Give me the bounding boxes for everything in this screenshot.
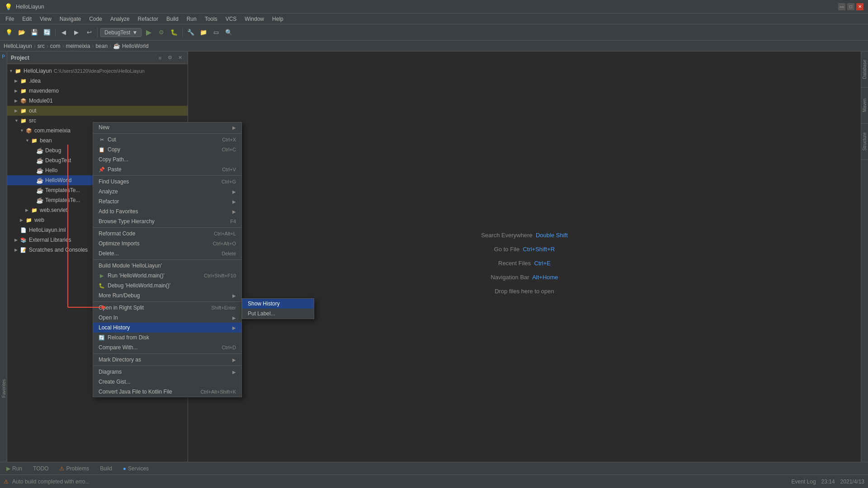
favorites-panel[interactable]: Favorites	[0, 379, 7, 398]
tree-item-mavendemo[interactable]: ▶ 📁 mavendemo	[7, 86, 188, 96]
tree-item-idea[interactable]: ▶ 📁 .idea	[7, 76, 188, 86]
menu-refactor[interactable]: Refactor	[134, 15, 162, 23]
menu-code[interactable]: Code	[85, 15, 106, 23]
hint-goto: Go to File Ctrl+Shift+R	[494, 246, 555, 253]
cm-open-right[interactable]: Open in Right Split Shift+Enter	[93, 303, 241, 313]
cm-debug[interactable]: 🐛 Debug 'HelloWorld.main()'	[93, 281, 241, 291]
toolbar-undo-button[interactable]: ↩	[84, 27, 94, 38]
sm-show-history-label: Show History	[248, 300, 280, 307]
menu-build[interactable]: Build	[163, 15, 182, 23]
menu-file[interactable]: File	[2, 15, 18, 23]
right-panel-database[interactable]: Database	[862, 60, 867, 79]
menu-tools[interactable]: Tools	[201, 15, 221, 23]
breadcrumb-meimeixia[interactable]: meimeixia	[66, 43, 90, 49]
cm-open-in[interactable]: Open In ▶	[93, 313, 241, 323]
run-config-selector[interactable]: DebugTest ▼	[100, 28, 142, 37]
toolbar-folder-button[interactable]: 📁	[198, 27, 209, 38]
breadcrumb-src[interactable]: src	[38, 43, 45, 49]
maximize-button[interactable]: □	[847, 3, 854, 10]
cm-new-arrow: ▶	[232, 125, 236, 130]
toolbar-back-button[interactable]: ◀	[58, 27, 69, 38]
cm-build-module[interactable]: Build Module 'HelloLiayun'	[93, 261, 241, 271]
cm-copy-path-label: Copy Path...	[99, 156, 128, 163]
menu-help[interactable]: Help	[269, 15, 287, 23]
run-button[interactable]: ▶	[143, 27, 154, 38]
menu-window[interactable]: Window	[241, 15, 268, 23]
cm-compare[interactable]: Compare With... Ctrl+D	[93, 343, 241, 352]
breadcrumb-bean[interactable]: bean	[95, 43, 108, 49]
cm-mark-dir[interactable]: Mark Directory as ▶	[93, 355, 241, 365]
cm-refactor[interactable]: Refactor ▶	[93, 197, 241, 206]
cm-browse-hierarchy[interactable]: Browse Type Hierarchy F4	[93, 216, 241, 226]
toolbar-new-button[interactable]: 💡	[4, 27, 14, 38]
cm-run[interactable]: ▶ Run 'HelloWorld.main()' Ctrl+Shift+F10	[93, 271, 241, 281]
menu-view[interactable]: View	[36, 15, 55, 23]
toolbar-tools-button[interactable]: 🔧	[185, 27, 196, 38]
panel-settings[interactable]: ⚙	[166, 54, 174, 62]
close-button[interactable]: ✕	[856, 3, 863, 10]
arrow-bean: ▼	[25, 138, 31, 143]
cm-add-favorites[interactable]: Add to Favorites ▶	[93, 206, 241, 216]
toolbar-open-button[interactable]: 📂	[16, 27, 27, 38]
cm-copy[interactable]: 📋 Copy Ctrl+C	[93, 145, 241, 155]
cm-create-gist[interactable]: Create Gist...	[93, 377, 241, 387]
cm-open-right-label: Open in Right Split	[99, 305, 144, 311]
breadcrumb-sep-2: ›	[47, 43, 48, 49]
bottom-run-btn[interactable]: ▶ Run	[4, 465, 25, 473]
cm-new[interactable]: New ▶	[93, 122, 241, 132]
breadcrumb-helloliyun[interactable]: HelloLiayun	[4, 43, 32, 49]
panel-collapse-all[interactable]: ≡	[156, 54, 164, 62]
arrow-root: ▼	[9, 69, 14, 73]
toolbar-terminal-button[interactable]: ▭	[211, 27, 222, 38]
right-panel-structure[interactable]: Structure	[862, 132, 867, 151]
tree-item-module01[interactable]: ▶ 📦 Module01	[7, 96, 188, 106]
bottom-todo-btn[interactable]: TODO	[30, 465, 51, 473]
cm-create-gist-label: Create Gist...	[99, 379, 131, 385]
sidebar-project-icon[interactable]: P	[0, 53, 7, 60]
tree-label-web: web	[34, 217, 44, 223]
cm-reformat[interactable]: Reformat Code Ctrl+Alt+L	[93, 229, 241, 239]
cm-cut[interactable]: ✂ Cut Ctrl+X	[93, 135, 241, 145]
menu-edit[interactable]: Edit	[19, 15, 35, 23]
cm-copy-path[interactable]: Copy Path...	[93, 155, 241, 164]
cm-paste[interactable]: 📌 Paste Ctrl+V	[93, 164, 241, 174]
cm-reload[interactable]: 🔄 Reload from Disk	[93, 333, 241, 343]
hint-navbar: Navigation Bar Alt+Home	[491, 274, 558, 281]
arrow-idea: ▶	[14, 79, 20, 83]
tree-item-out[interactable]: ▶ 📁 out	[7, 106, 188, 116]
context-menu: New ▶ ✂ Cut Ctrl+X 📋 Copy Ctrl+C Copy Pa…	[93, 122, 242, 397]
bottom-toolbar: ▶ Run TODO ⚠ Problems Build ● Services	[0, 462, 868, 474]
toolbar-forward-button[interactable]: ▶	[71, 27, 82, 38]
event-log-btn[interactable]: Event Log	[792, 479, 816, 485]
cm-diagrams[interactable]: Diagrams ▶	[93, 367, 241, 377]
toolbar-search-button[interactable]: 🔍	[223, 27, 234, 38]
breadcrumb-helloworld[interactable]: ☕HelloWorld	[113, 42, 148, 49]
bottom-problems-btn[interactable]: ⚠ Problems	[57, 465, 92, 473]
minimize-button[interactable]: —	[838, 3, 845, 10]
menu-navigate[interactable]: Navigate	[56, 15, 85, 23]
debug-button[interactable]: 🐛	[169, 27, 179, 38]
menu-vcs[interactable]: VCS	[222, 15, 241, 23]
cm-convert[interactable]: Convert Java File to Kotlin File Ctrl+Al…	[93, 387, 241, 397]
tree-item-root[interactable]: ▼ 📁 HelloLiayun C:\Users\32120\IdeaProje…	[7, 66, 188, 76]
cm-convert-shortcut: Ctrl+Alt+Shift+K	[200, 389, 236, 394]
sm-put-label[interactable]: Put Label...	[242, 309, 314, 319]
cm-find-usages[interactable]: Find Usages Ctrl+G	[93, 177, 241, 187]
cm-optimize[interactable]: Optimize Imports Ctrl+Alt+O	[93, 239, 241, 249]
icon-web: 📁	[25, 216, 33, 224]
panel-close[interactable]: ✕	[176, 54, 184, 62]
right-panel-maven[interactable]: Maven	[862, 99, 867, 112]
menu-analyze[interactable]: Analyze	[107, 15, 133, 23]
bottom-build-btn[interactable]: Build	[97, 465, 115, 473]
cm-delete[interactable]: Delete... Delete	[93, 249, 241, 258]
menu-run[interactable]: Run	[183, 15, 200, 23]
breadcrumb-com[interactable]: com	[50, 43, 61, 49]
toolbar-save-button[interactable]: 💾	[29, 27, 40, 38]
cm-more-run[interactable]: More Run/Debug ▶	[93, 291, 241, 300]
cm-local-history[interactable]: Local History ▶	[93, 323, 241, 333]
sm-show-history[interactable]: Show History	[242, 299, 314, 309]
bottom-services-btn[interactable]: ● Services	[120, 465, 151, 473]
cm-analyze[interactable]: Analyze ▶	[93, 187, 241, 197]
toolbar-refresh-button[interactable]: 🔄	[42, 27, 52, 38]
build-button[interactable]: ⚙	[156, 27, 167, 38]
